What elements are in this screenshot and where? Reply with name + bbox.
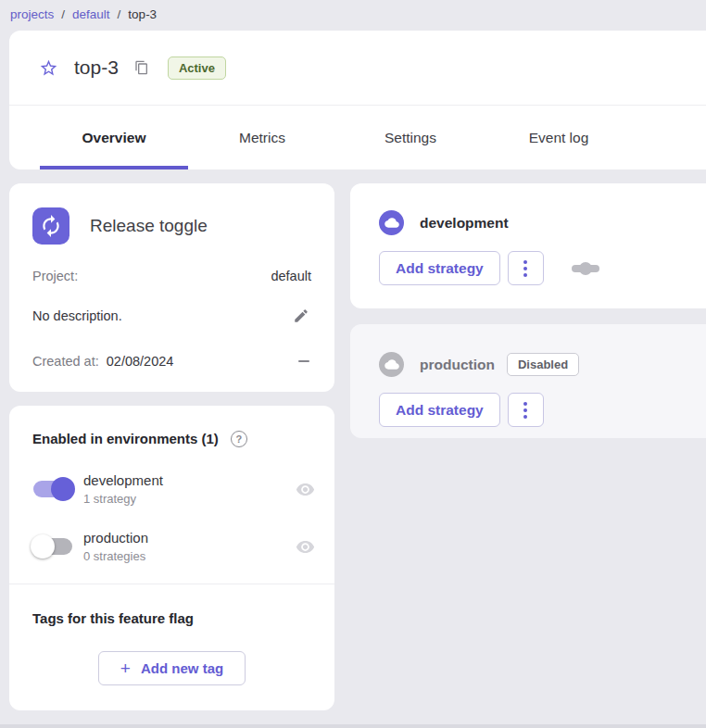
tab-event-log[interactable]: Event log [485, 106, 633, 169]
disabled-badge: Disabled [507, 353, 579, 376]
plus-icon: + [120, 659, 131, 677]
environment-menu-button[interactable] [508, 251, 544, 285]
add-new-tag-label: Add new tag [141, 660, 223, 676]
env-name: production [83, 529, 148, 546]
page-title: top-3 [74, 56, 119, 79]
tab-settings[interactable]: Settings [336, 106, 485, 169]
help-icon[interactable]: ? [231, 431, 247, 447]
breadcrumb-separator: / [118, 7, 121, 21]
main-content: Release toggle Project: default No descr… [9, 183, 706, 710]
panel-actions: Add strategy [379, 251, 706, 285]
cloud-icon [385, 217, 399, 229]
breadcrumb-separator: / [61, 7, 65, 21]
environment-menu-button[interactable] [508, 393, 544, 427]
eye-icon [296, 537, 315, 557]
add-strategy-button[interactable]: Add strategy [379, 393, 500, 427]
env-labels: production 0 strategies [83, 529, 148, 564]
development-strategy-panel: development Add strategy [350, 183, 706, 308]
description-row: No description. [32, 306, 311, 326]
project-value: default [271, 267, 311, 285]
toggle-type-row: Release toggle [32, 207, 311, 245]
cloud-icon [385, 358, 399, 370]
drag-handle-icon [572, 265, 599, 272]
bottom-scrollbar[interactable] [0, 724, 706, 728]
production-env-icon [379, 352, 404, 377]
eye-icon [296, 480, 315, 499]
card-divider [9, 584, 334, 584]
status-badge: Active [168, 56, 226, 80]
release-toggle-icon [32, 207, 69, 245]
favorite-button[interactable] [38, 57, 58, 78]
environments-title-row: Enabled in environments (1) ? [9, 431, 334, 447]
env-strategy-count: 0 strategies [83, 548, 148, 564]
view-environment-button[interactable] [296, 537, 315, 557]
panel-actions: Add strategy [379, 393, 706, 427]
created-group: Created at: 02/08/2024 [32, 352, 173, 370]
panel-header: production Disabled [379, 352, 706, 377]
right-column: development Add strategy production Disa… [350, 183, 706, 438]
add-tag-container: + Add new tag [9, 651, 334, 685]
view-environment-button[interactable] [296, 480, 315, 499]
description-text: No description. [32, 307, 122, 325]
production-strategy-panel: production Disabled Add strategy [350, 324, 706, 438]
copy-icon [134, 60, 149, 75]
kebab-icon [523, 402, 527, 419]
breadcrumb-projects-link[interactable]: projects [10, 7, 54, 21]
star-icon [39, 58, 58, 78]
development-env-icon [379, 210, 404, 235]
env-row-production: production 0 strategies [9, 527, 334, 566]
environments-title: Enabled in environments (1) [32, 431, 219, 447]
production-toggle[interactable] [31, 534, 75, 559]
add-strategy-button[interactable]: Add strategy [379, 251, 500, 285]
edit-description-button[interactable] [291, 306, 311, 326]
env-name: development [83, 471, 163, 489]
copy-name-button[interactable] [133, 59, 150, 76]
project-row: Project: default [32, 267, 311, 285]
project-label: Project: [32, 267, 78, 285]
feature-overview-card: Release toggle Project: default No descr… [9, 183, 334, 392]
breadcrumb-default-link[interactable]: default [72, 7, 110, 21]
collapse-button[interactable] [296, 358, 311, 364]
kebab-icon [523, 260, 527, 277]
tab-overview[interactable]: Overview [40, 106, 188, 169]
feature-title-row: top-3 Active [9, 31, 706, 105]
panel-env-name: development [420, 215, 509, 232]
breadcrumb: projects / default / top-3 [0, 0, 706, 24]
environments-card: Enabled in environments (1) ? developmen… [9, 406, 334, 710]
created-row: Created at: 02/08/2024 [32, 352, 311, 370]
tab-bar: Overview Metrics Settings Event log [9, 106, 706, 169]
env-labels: development 1 strategy [83, 471, 163, 507]
toggle-thumb [31, 534, 55, 559]
toggle-thumb [51, 477, 75, 501]
pencil-icon [293, 308, 309, 324]
breadcrumb-current: top-3 [128, 7, 157, 21]
created-label: Created at: [32, 352, 99, 370]
created-value: 02/08/2024 [107, 352, 174, 370]
panel-header: development [379, 210, 706, 235]
add-new-tag-button[interactable]: + Add new tag [98, 651, 246, 685]
toggle-type-label: Release toggle [90, 216, 208, 236]
panel-env-name: production [420, 357, 495, 373]
development-toggle[interactable] [31, 477, 75, 501]
env-strategy-count: 1 strategy [83, 491, 163, 507]
env-row-development: development 1 strategy [9, 470, 334, 508]
minus-icon [298, 360, 309, 362]
left-column: Release toggle Project: default No descr… [9, 183, 334, 710]
tab-metrics[interactable]: Metrics [188, 106, 336, 169]
feature-header-card: top-3 Active Overview Metrics Settings E… [9, 31, 706, 169]
tags-title: Tags for this feature flag [9, 610, 334, 627]
